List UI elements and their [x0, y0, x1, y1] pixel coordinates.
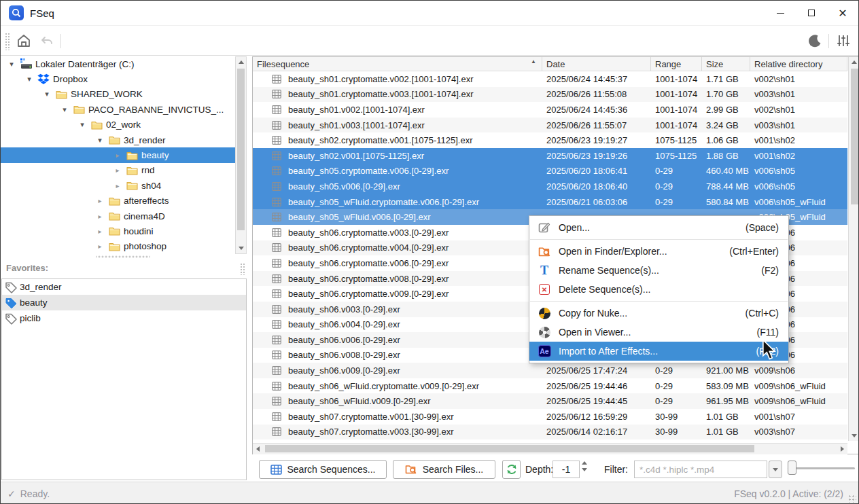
column-header-size[interactable]: Size [702, 57, 750, 71]
scroll-down-icon[interactable] [236, 243, 246, 253]
filter-sliders-icon[interactable] [834, 31, 853, 50]
panel-splitter[interactable] [96, 255, 150, 259]
home-icon[interactable] [14, 31, 33, 50]
scroll-right-icon[interactable] [837, 444, 847, 454]
search-sequences-button[interactable]: Search Sequences... [259, 460, 387, 479]
refresh-button[interactable] [502, 460, 521, 479]
tree-item-beauty[interactable]: ▸beauty [1, 147, 235, 162]
caret-collapsed-icon[interactable]: ▸ [111, 182, 124, 190]
table-row[interactable]: beauty_sh07.cryptomatte.v001.[30-99].exr… [253, 409, 847, 425]
minimize-button[interactable] [765, 1, 796, 25]
cell-size: 1.06 GB [702, 135, 750, 145]
table-row[interactable]: beauty_sh06_wFluid.cryptomatte.v009.[0-2… [253, 378, 847, 394]
caret-expanded-icon[interactable]: ▾ [22, 75, 36, 84]
caret-expanded-icon[interactable]: ▾ [5, 60, 18, 69]
cell-relative-directory: v006\sh05 [750, 181, 847, 192]
table-row[interactable]: beauty_sh02.v001.[1075-1125].exr2025/06/… [253, 148, 847, 164]
slider-handle[interactable] [788, 461, 796, 475]
caret-collapsed-icon[interactable]: ▸ [111, 151, 124, 159]
table-horizontal-scrollbar[interactable] [253, 443, 847, 454]
column-header-filesequence[interactable]: Filesequence▲ [253, 57, 542, 71]
table-row[interactable]: beauty_sh05.cryptomatte.v006.[0-29].exr2… [253, 164, 847, 179]
refresh-icon [506, 463, 518, 475]
table-row[interactable]: beauty_sh05_wFluid.cryptomatte.v006.[0-2… [253, 194, 847, 210]
table-row[interactable]: beauty_sh01.cryptomatte.v002.[1001-1074]… [253, 71, 847, 87]
scroll-left-icon[interactable] [253, 444, 263, 454]
favorite-item-3d_render[interactable]: 3d_render [2, 279, 246, 295]
cell-size: 2.99 GB [702, 105, 750, 115]
caret-expanded-icon[interactable]: ▾ [58, 105, 71, 114]
caret-expanded-icon[interactable]: ▾ [40, 90, 54, 98]
sequence-grid-icon [272, 412, 281, 421]
vscrollbar-thumb[interactable] [851, 69, 858, 204]
menu-item-rename-sequence-s[interactable]: TRename Sequence(s)...(F2) [529, 261, 788, 280]
maximize-button[interactable] [796, 1, 827, 25]
cell-relative-directory: v001\sh07 [750, 412, 847, 422]
sequence-name: beauty_sh02.cryptomatte.v001.[1075-1125]… [288, 135, 473, 145]
favorite-item-beauty[interactable]: beauty [2, 295, 246, 310]
caret-expanded-icon[interactable]: ▾ [75, 120, 89, 129]
tree-item-02-work[interactable]: ▾02_work [1, 118, 235, 132]
tree-item-lokaler-datentr-ger-c-[interactable]: ▾Lokaler Datenträger (C:) [1, 56, 235, 71]
tree-item-rnd[interactable]: ▸rnd [1, 163, 235, 178]
column-header-range[interactable]: Range [651, 57, 702, 71]
close-button[interactable]: ✕ [827, 1, 858, 25]
tree-scrollbar-thumb[interactable] [237, 69, 245, 230]
tree-item-photoshop[interactable]: ▸photoshop [1, 239, 235, 254]
search-files-button[interactable]: Search Files... [393, 460, 495, 479]
column-header-relative-directory[interactable]: Relative directory [750, 57, 847, 71]
toolbar-grip[interactable] [5, 33, 10, 50]
depth-steppers[interactable] [582, 461, 587, 471]
slider-track[interactable] [788, 467, 855, 469]
filter-input[interactable] [634, 461, 767, 478]
filter-dropdown-button[interactable] [769, 461, 782, 478]
table-row[interactable]: beauty_sh06.v009.[0-29].exr2025/06/25 17… [253, 363, 847, 378]
tree-scrollbar[interactable] [235, 56, 247, 254]
menu-item-open-in-viewer[interactable]: Open in Viewer...(F11) [529, 323, 788, 342]
tree-item-dropbox[interactable]: ▾Dropbox [1, 71, 235, 86]
table-row[interactable]: beauty_sh02.cryptomatte.v001.[1075-1125]… [253, 132, 847, 148]
tree-item-3d-render[interactable]: ▾3d_render [1, 132, 235, 147]
menu-item-delete-sequence-s[interactable]: ✕Delete Sequence(s)... [529, 280, 788, 299]
back-icon[interactable] [37, 31, 56, 50]
tree-item-shared-work[interactable]: ▾SHARED_WORK [1, 87, 235, 102]
tree-item-aftereffects[interactable]: ▸aftereffects [1, 194, 235, 209]
spinner-down-icon[interactable] [582, 468, 587, 471]
caret-collapsed-icon[interactable]: ▸ [93, 228, 107, 235]
dark-mode-moon-icon[interactable] [805, 31, 824, 50]
sequence-grid-icon [272, 350, 281, 359]
caret-expanded-icon[interactable]: ▾ [93, 136, 107, 145]
cell-date: 2025/06/21 06:03:06 [542, 197, 651, 207]
caret-collapsed-icon[interactable]: ▸ [111, 166, 124, 174]
folder-icon [124, 181, 139, 190]
table-row[interactable]: beauty_sh07.cryptomatte.v003.[30-99].exr… [253, 425, 847, 440]
menu-item-import-to-after-effects[interactable]: AeImport to After Effects...(F12) [529, 342, 788, 361]
caret-collapsed-icon[interactable]: ▸ [93, 242, 107, 250]
caret-collapsed-icon[interactable]: ▸ [93, 213, 107, 220]
tree-item-cinema4d[interactable]: ▸cinema4D [1, 209, 235, 223]
table-row[interactable]: beauty_sh01.v003.[1001-1074].exr2025/06/… [253, 118, 847, 133]
table-vertical-scrollbar[interactable] [848, 57, 859, 441]
table-row[interactable]: beauty_sh05.v006.[0-29].exr2025/06/20 18… [253, 179, 847, 194]
menu-item-open[interactable]: Open...(Space) [529, 218, 788, 237]
scroll-up-icon[interactable] [236, 57, 246, 67]
tree-item-sh04[interactable]: ▸sh04 [1, 178, 235, 193]
favorite-item-piclib[interactable]: piclib [2, 310, 246, 326]
resize-grip[interactable] [848, 494, 856, 503]
zoom-slider[interactable] [788, 460, 855, 476]
table-row[interactable]: beauty_sh06_wFluid.v009.[0-29].exr2025/0… [253, 393, 847, 409]
table-row[interactable]: beauty_sh01.v002.[1001-1074].exr2025/06/… [253, 102, 847, 118]
depth-spinner[interactable]: -1 [553, 461, 580, 478]
hscrollbar-thumb[interactable] [265, 445, 754, 452]
menu-item-copy-for-nuke[interactable]: Copy for Nuke...(Ctrl+C) [529, 304, 788, 323]
scroll-up-icon[interactable] [849, 57, 859, 67]
menu-item-open-in-finder-explorer[interactable]: Open in Finder/Explorer...(Ctrl+Enter) [529, 242, 788, 261]
tree-item-houdini[interactable]: ▸houdini [1, 223, 235, 238]
favorites-grip[interactable] [240, 263, 245, 275]
scroll-down-icon[interactable] [849, 431, 859, 441]
column-header-date[interactable]: Date [542, 57, 651, 71]
tree-item-paco-rabanne-invictus-[interactable]: ▾PACO_RABANNE_INVICTUS_... [1, 102, 235, 117]
caret-collapsed-icon[interactable]: ▸ [93, 197, 107, 204]
table-row[interactable]: beauty_sh01.cryptomatte.v003.[1001-1074]… [253, 87, 847, 103]
spinner-up-icon[interactable] [582, 461, 587, 465]
